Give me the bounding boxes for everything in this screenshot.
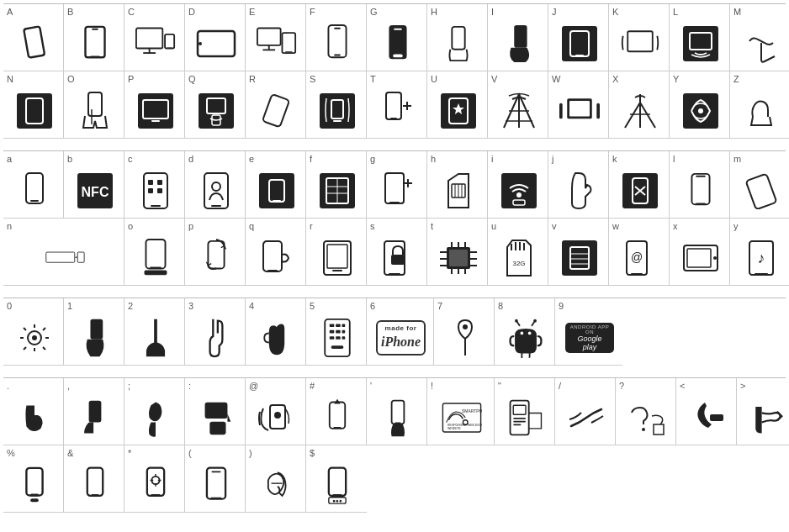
- svg-rect-8: [167, 48, 172, 49]
- cell-t: t: [427, 219, 488, 286]
- label-p: p: [188, 222, 193, 231]
- cell-b: b NFC: [64, 151, 124, 219]
- svg-rect-20: [394, 29, 402, 30]
- row-special: % & * (: [3, 445, 786, 513]
- label-9: 9: [559, 302, 564, 311]
- cell-C: C: [124, 4, 185, 71]
- svg-rect-15: [285, 51, 292, 52]
- svg-rect-147: [687, 249, 711, 267]
- label-dollar: $: [310, 449, 315, 458]
- label-quote: ": [498, 382, 501, 391]
- svg-rect-162: [342, 330, 345, 334]
- icon-X: [612, 86, 667, 136]
- cell-N: N: [3, 71, 64, 139]
- svg-rect-194: [26, 468, 42, 496]
- label-N: N: [7, 75, 13, 84]
- svg-rect-150: [755, 273, 768, 275]
- row-a-m: a b NFC c: [3, 150, 786, 219]
- cell-R: R: [246, 71, 306, 139]
- cell-period: .: [3, 378, 64, 445]
- label-0: 0: [7, 302, 12, 311]
- icon-x: [673, 233, 728, 283]
- svg-text:SMARTPHONE: SMARTPHONE: [462, 409, 482, 413]
- cell-6: 6 made for iPhone: [367, 298, 434, 366]
- label-lparen: (: [188, 449, 192, 458]
- svg-rect-7: [165, 34, 174, 49]
- icon-b: NFC: [67, 166, 122, 216]
- label-X: X: [612, 75, 618, 84]
- icon-o: [128, 233, 183, 283]
- cell-A: A: [3, 4, 64, 71]
- icon-star: [128, 460, 183, 510]
- svg-rect-2: [90, 55, 100, 57]
- icon-colon: [188, 392, 243, 443]
- label-c: c: [128, 155, 133, 164]
- iphone-text: iPhone: [381, 334, 421, 349]
- icon-exclaim: SMARTPHONE RESPONSIVE WEB DESIGN WEBSITE: [431, 392, 492, 443]
- cell-r: r: [306, 219, 367, 286]
- cell-quote: ": [495, 378, 555, 445]
- svg-rect-39: [262, 94, 289, 127]
- label-amp: &: [67, 449, 73, 458]
- cell-y: y ♪: [730, 219, 789, 286]
- cell-B: B: [64, 4, 124, 71]
- icon-lparen: [188, 460, 243, 510]
- label-hash: #: [310, 382, 315, 391]
- svg-rect-23: [514, 25, 527, 48]
- icon-question: [619, 392, 674, 443]
- svg-rect-178: [329, 403, 344, 429]
- cell-X: X: [609, 71, 670, 139]
- svg-rect-173: [88, 401, 101, 423]
- svg-rect-103: [45, 252, 74, 262]
- svg-rect-44: [390, 118, 397, 119]
- cell-9: 9 ANDROID APP ON Google play: [555, 298, 622, 366]
- label-at: @: [249, 382, 258, 391]
- label-comma: ,: [67, 382, 70, 391]
- icon-A: [7, 18, 61, 69]
- svg-point-170: [527, 332, 531, 335]
- label-n: n: [7, 222, 12, 231]
- label-L: L: [673, 8, 678, 17]
- icon-h: [431, 166, 485, 216]
- svg-rect-190: [513, 421, 526, 423]
- svg-rect-105: [77, 252, 84, 262]
- label-g: g: [370, 155, 375, 164]
- cell-u: u 32G: [488, 219, 548, 286]
- icon-e: [249, 166, 304, 216]
- icon-K: [612, 18, 667, 69]
- svg-rect-26: [575, 55, 584, 56]
- label-semicolon: ;: [128, 382, 130, 391]
- cell-a: a: [3, 151, 64, 219]
- cell-gt: >: [737, 378, 789, 445]
- cell-rparen: ): [246, 445, 306, 513]
- svg-rect-18: [334, 28, 341, 29]
- svg-text:♪: ♪: [757, 250, 765, 266]
- label-G: G: [370, 8, 378, 17]
- icon-s: [370, 233, 425, 283]
- label-T: T: [370, 75, 376, 84]
- icon-r: [310, 233, 364, 283]
- cell-G: G: [367, 4, 427, 71]
- svg-rect-203: [210, 498, 221, 499]
- icon-t: [431, 233, 485, 283]
- svg-rect-68: [148, 180, 153, 185]
- icon-d: [188, 166, 243, 216]
- label-U: U: [431, 75, 437, 84]
- icon-D: [188, 18, 243, 69]
- svg-point-104: [75, 256, 77, 258]
- icon-H: [431, 18, 485, 69]
- svg-point-192: [642, 428, 645, 431]
- label-a: a: [7, 155, 12, 164]
- label-7: 7: [437, 302, 442, 311]
- icon-J: [552, 18, 606, 69]
- svg-rect-206: [329, 468, 346, 496]
- svg-text:32G: 32G: [512, 260, 525, 267]
- icon-gt: [740, 392, 789, 443]
- svg-rect-144: [631, 273, 643, 275]
- cell-M: M: [730, 4, 789, 71]
- icon-g: [370, 166, 425, 216]
- icon-period: [7, 392, 61, 443]
- label-K: K: [612, 8, 618, 17]
- icon-percent: [7, 460, 61, 510]
- row-punct-1: . , ;: [3, 377, 786, 445]
